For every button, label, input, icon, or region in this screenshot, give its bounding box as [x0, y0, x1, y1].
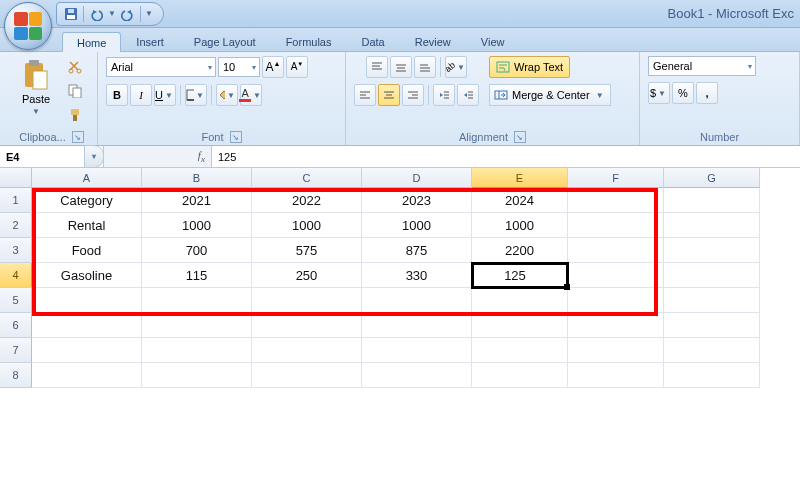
align-middle-button[interactable]: [390, 56, 412, 78]
currency-button[interactable]: $▼: [648, 82, 670, 104]
dialog-launcher-icon[interactable]: ↘: [230, 131, 242, 143]
increase-indent-button[interactable]: [457, 84, 479, 106]
column-header[interactable]: G: [664, 168, 760, 188]
font-size-select[interactable]: 10: [218, 57, 260, 77]
cell[interactable]: Category: [32, 188, 142, 213]
cell[interactable]: [32, 288, 142, 313]
row-header[interactable]: 6: [0, 313, 32, 338]
cell[interactable]: 1000: [142, 213, 252, 238]
cell[interactable]: 2021: [142, 188, 252, 213]
number-format-select[interactable]: General: [648, 56, 756, 76]
cell[interactable]: 2023: [362, 188, 472, 213]
percent-button[interactable]: %: [672, 82, 694, 104]
column-header[interactable]: D: [362, 168, 472, 188]
tab-home[interactable]: Home: [62, 32, 121, 52]
cell[interactable]: [664, 213, 760, 238]
column-header[interactable]: C: [252, 168, 362, 188]
redo-icon[interactable]: [120, 6, 136, 22]
decrease-font-button[interactable]: A▼: [286, 56, 308, 78]
row-header[interactable]: 1: [0, 188, 32, 213]
cell[interactable]: [472, 338, 568, 363]
cell[interactable]: [568, 238, 664, 263]
cell[interactable]: [142, 338, 252, 363]
column-header[interactable]: B: [142, 168, 252, 188]
fill-color-button[interactable]: ▼: [216, 84, 238, 106]
dialog-launcher-icon[interactable]: ↘: [72, 131, 84, 143]
cell[interactable]: 2200: [472, 238, 568, 263]
fx-icon[interactable]: fx: [198, 149, 205, 164]
cell[interactable]: [568, 363, 664, 388]
cell[interactable]: 1000: [252, 213, 362, 238]
border-button[interactable]: ▼: [185, 84, 207, 106]
cell[interactable]: 330: [362, 263, 472, 288]
increase-font-button[interactable]: A▲: [262, 56, 284, 78]
cut-button[interactable]: [64, 56, 86, 78]
font-name-select[interactable]: Arial: [106, 57, 216, 77]
cell[interactable]: 575: [252, 238, 362, 263]
orientation-button[interactable]: ab▼: [445, 56, 467, 78]
cell[interactable]: 2022: [252, 188, 362, 213]
cell[interactable]: [568, 313, 664, 338]
save-icon[interactable]: [63, 6, 79, 22]
cell[interactable]: 115: [142, 263, 252, 288]
italic-button[interactable]: I: [130, 84, 152, 106]
align-top-button[interactable]: [366, 56, 388, 78]
cell[interactable]: Gasoline: [32, 263, 142, 288]
row-header[interactable]: 8: [0, 363, 32, 388]
cell[interactable]: [362, 338, 472, 363]
cell[interactable]: [568, 213, 664, 238]
decrease-indent-button[interactable]: [433, 84, 455, 106]
cell[interactable]: 250: [252, 263, 362, 288]
cell[interactable]: [142, 288, 252, 313]
cell[interactable]: [32, 338, 142, 363]
cell[interactable]: 700: [142, 238, 252, 263]
column-header[interactable]: F: [568, 168, 664, 188]
font-color-button[interactable]: A▼: [240, 84, 262, 106]
undo-icon[interactable]: [88, 6, 104, 22]
paste-button[interactable]: Paste ▼: [14, 56, 58, 119]
row-header[interactable]: 7: [0, 338, 32, 363]
tab-view[interactable]: View: [466, 31, 520, 51]
cell[interactable]: [568, 338, 664, 363]
formula-input[interactable]: 125: [212, 146, 800, 167]
align-left-button[interactable]: [354, 84, 376, 106]
cell[interactable]: [472, 363, 568, 388]
comma-button[interactable]: ,: [696, 82, 718, 104]
cell[interactable]: [362, 363, 472, 388]
cell[interactable]: 1000: [472, 213, 568, 238]
wrap-text-button[interactable]: Wrap Text: [489, 56, 570, 78]
cell[interactable]: 1000: [362, 213, 472, 238]
cell[interactable]: 875: [362, 238, 472, 263]
cell[interactable]: [252, 288, 362, 313]
tab-page-layout[interactable]: Page Layout: [179, 31, 271, 51]
cell[interactable]: [252, 363, 362, 388]
bold-button[interactable]: B: [106, 84, 128, 106]
cell[interactable]: [252, 338, 362, 363]
cell[interactable]: Food: [32, 238, 142, 263]
tab-formulas[interactable]: Formulas: [271, 31, 347, 51]
row-header[interactable]: 4: [0, 263, 32, 288]
cell[interactable]: [362, 313, 472, 338]
cell[interactable]: [664, 313, 760, 338]
copy-button[interactable]: [64, 80, 86, 102]
cell[interactable]: [472, 313, 568, 338]
cell[interactable]: [142, 363, 252, 388]
undo-dropdown-icon[interactable]: ▼: [108, 9, 116, 18]
cell[interactable]: [664, 188, 760, 213]
align-bottom-button[interactable]: [414, 56, 436, 78]
underline-button[interactable]: U▼: [154, 84, 176, 106]
select-all-corner[interactable]: [0, 168, 32, 188]
cell[interactable]: [32, 313, 142, 338]
cell[interactable]: [472, 288, 568, 313]
name-box[interactable]: E4: [0, 146, 104, 167]
row-header[interactable]: 3: [0, 238, 32, 263]
cell[interactable]: 2024: [472, 188, 568, 213]
column-header[interactable]: E: [472, 168, 568, 188]
worksheet-grid[interactable]: ABCDEFG1Category20212022202320242Rental1…: [0, 168, 800, 388]
name-box-dropdown[interactable]: [84, 145, 104, 168]
cell[interactable]: [252, 313, 362, 338]
cell[interactable]: [664, 338, 760, 363]
cell[interactable]: Rental: [32, 213, 142, 238]
align-right-button[interactable]: [402, 84, 424, 106]
dialog-launcher-icon[interactable]: ↘: [514, 131, 526, 143]
